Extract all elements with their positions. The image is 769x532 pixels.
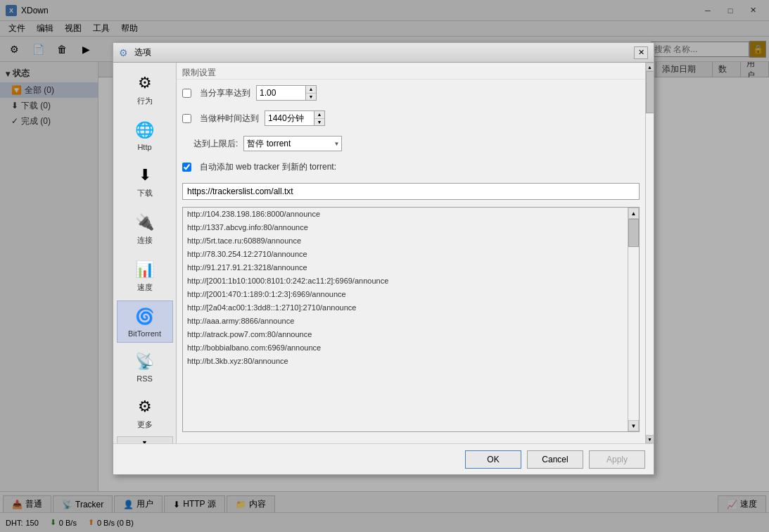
dialog-overlay: ⚙ 选项 ✕ ⚙ 行为 🌐 Http ⬇ 下载 xyxy=(0,0,769,532)
speed-nav-icon: 📊 xyxy=(134,258,156,281)
list-item[interactable]: http://78.30.254.12:2710/announce xyxy=(183,248,628,261)
connection-icon: 🔌 xyxy=(134,211,156,234)
content-scroll-thumb[interactable] xyxy=(646,71,654,113)
scrollbar-track xyxy=(628,219,639,420)
share-ratio-spinners: ▲ ▼ xyxy=(305,85,317,101)
bittorrent-label: BitTorrent xyxy=(128,329,161,338)
dialog-nav-speed[interactable]: 📊 速度 xyxy=(117,253,173,298)
dialog-nav-download[interactable]: ⬇ 下载 xyxy=(117,159,173,203)
list-item[interactable]: http://bt.3kb.xyz:80/announce xyxy=(183,355,628,368)
dialog-content-scrollbar[interactable]: ▲ ▼ xyxy=(645,63,654,443)
share-ratio-down[interactable]: ▼ xyxy=(306,94,316,101)
connection-label: 连接 xyxy=(137,235,153,246)
top-clip-text: 限制设置 xyxy=(182,68,216,77)
dialog-nav-more[interactable]: ⚙ 更多 xyxy=(117,391,173,435)
limit-action-row: 达到上限后: 暂停 torrent xyxy=(182,136,640,151)
list-item[interactable]: http://5rt.tace.ru:60889/announce xyxy=(183,234,628,248)
content-scroll-up[interactable]: ▲ xyxy=(646,63,654,71)
list-item[interactable]: http://bobbialbano.com:6969/announce xyxy=(183,341,628,355)
content-scroll-track xyxy=(646,71,654,435)
share-time-checkbox[interactable] xyxy=(182,114,191,123)
dialog-footer: OK Cancel Apply xyxy=(113,443,654,474)
content-scroll-down[interactable]: ▼ xyxy=(646,435,654,443)
list-item[interactable]: http://[2001:1b10:1000:8101:0:242:ac11:2… xyxy=(183,274,628,288)
apply-button[interactable]: Apply xyxy=(589,450,645,469)
dialog-content-wrapper: 限制设置 当分享率达到 ▲ ▼ xyxy=(177,63,654,443)
download-nav-label: 下载 xyxy=(137,188,153,198)
list-item[interactable]: http://104.238.198.186:8000/announce xyxy=(183,208,628,221)
http-icon: 🌐 xyxy=(134,119,156,141)
list-item[interactable]: http://1337.abcvg.info:80/announce xyxy=(183,221,628,234)
share-time-down[interactable]: ▼ xyxy=(314,119,324,126)
share-ratio-up[interactable]: ▲ xyxy=(306,86,316,94)
scrollbar-thumb[interactable] xyxy=(628,219,639,247)
more-label: 更多 xyxy=(137,419,153,430)
dialog-nav: ⚙ 行为 🌐 Http ⬇ 下载 🔌 连接 📊 速度 xyxy=(113,63,177,443)
share-time-spin: ▲ ▼ xyxy=(265,110,325,126)
dialog-close-button[interactable]: ✕ xyxy=(634,46,648,59)
share-ratio-row: 当分享率达到 ▲ ▼ xyxy=(182,85,640,101)
share-time-spinners: ▲ ▼ xyxy=(314,110,325,126)
options-dialog: ⚙ 选项 ✕ ⚙ 行为 🌐 Http ⬇ 下载 xyxy=(113,42,654,475)
tracker-list: http://104.238.198.186:8000/announcehttp… xyxy=(183,208,628,431)
dialog-title-text: 选项 xyxy=(134,46,634,58)
behavior-icon: ⚙ xyxy=(134,72,156,94)
dialog-content: 限制设置 当分享率达到 ▲ ▼ xyxy=(177,63,645,443)
share-time-input[interactable] xyxy=(265,110,314,126)
list-item[interactable]: http://[2a04:ac00:1:3dd8::1:2710]:2710/a… xyxy=(183,301,628,315)
http-label: Http xyxy=(137,143,151,151)
dialog-nav-http[interactable]: 🌐 Http xyxy=(117,114,173,156)
auto-add-row: 自动添加 web tracker 到新的 torrent: xyxy=(182,161,640,173)
dialog-nav-behavior[interactable]: ⚙ 行为 xyxy=(117,67,173,111)
auto-add-checkbox[interactable] xyxy=(182,163,191,172)
rss-icon: 📡 xyxy=(134,350,156,373)
share-ratio-label: 当分享率达到 xyxy=(200,87,250,99)
download-nav-icon: ⬇ xyxy=(134,164,156,186)
limit-action-select-wrapper: 暂停 torrent xyxy=(243,136,342,151)
tracker-list-container: http://104.238.198.186:8000/announcehttp… xyxy=(182,207,640,432)
limit-action-label: 达到上限后: xyxy=(193,138,238,150)
tracker-list-scrollbar[interactable]: ▲ ▼ xyxy=(628,208,639,431)
list-item[interactable]: http://atrack.pow7.com:80/announce xyxy=(183,328,628,341)
tracker-area: http://104.238.198.186:8000/announcehttp… xyxy=(182,207,640,432)
dialog-body: ⚙ 行为 🌐 Http ⬇ 下载 🔌 连接 📊 速度 xyxy=(113,63,654,443)
share-ratio-input[interactable] xyxy=(256,85,305,101)
dialog-nav-connection[interactable]: 🔌 连接 xyxy=(117,206,173,251)
ok-button[interactable]: OK xyxy=(465,450,521,469)
share-time-row: 当做种时间达到 ▲ ▼ xyxy=(182,110,640,126)
dialog-title-bar: ⚙ 选项 ✕ xyxy=(113,43,654,63)
bittorrent-icon: 🌀 xyxy=(134,305,156,328)
limit-action-select[interactable]: 暂停 torrent xyxy=(243,136,342,151)
share-ratio-spin: ▲ ▼ xyxy=(256,85,317,101)
list-item[interactable]: http://91.217.91.21:3218/announce xyxy=(183,261,628,274)
speed-nav-label: 速度 xyxy=(137,282,153,293)
share-time-up[interactable]: ▲ xyxy=(314,111,324,119)
nav-scroll: ▼ xyxy=(113,436,176,443)
scrollbar-down-button[interactable]: ▼ xyxy=(628,420,639,431)
dialog-title-icon: ⚙ xyxy=(119,47,130,58)
more-icon: ⚙ xyxy=(134,395,156,418)
rss-label: RSS xyxy=(136,374,153,383)
scrollbar-up-button[interactable]: ▲ xyxy=(628,208,639,219)
dialog-nav-rss[interactable]: 📡 RSS xyxy=(117,346,173,388)
list-item[interactable]: http://[2001:470:1:189:0:1:2:3]:6969/ann… xyxy=(183,288,628,301)
list-item[interactable]: http://aaa.army:8866/announce xyxy=(183,315,628,328)
share-time-label: 当做种时间达到 xyxy=(200,113,259,125)
auto-add-label: 自动添加 web tracker 到新的 torrent: xyxy=(200,161,336,173)
tracker-url-input[interactable] xyxy=(182,183,640,200)
section-top-clip: 限制设置 xyxy=(177,63,645,80)
nav-scroll-down[interactable]: ▼ xyxy=(117,436,173,443)
cancel-button[interactable]: Cancel xyxy=(527,450,583,469)
dialog-nav-bittorrent[interactable]: 🌀 BitTorrent xyxy=(117,300,173,343)
share-ratio-checkbox[interactable] xyxy=(182,89,191,98)
behavior-label: 行为 xyxy=(137,96,153,106)
content-inner: 当分享率达到 ▲ ▼ 当做种 xyxy=(177,80,645,438)
